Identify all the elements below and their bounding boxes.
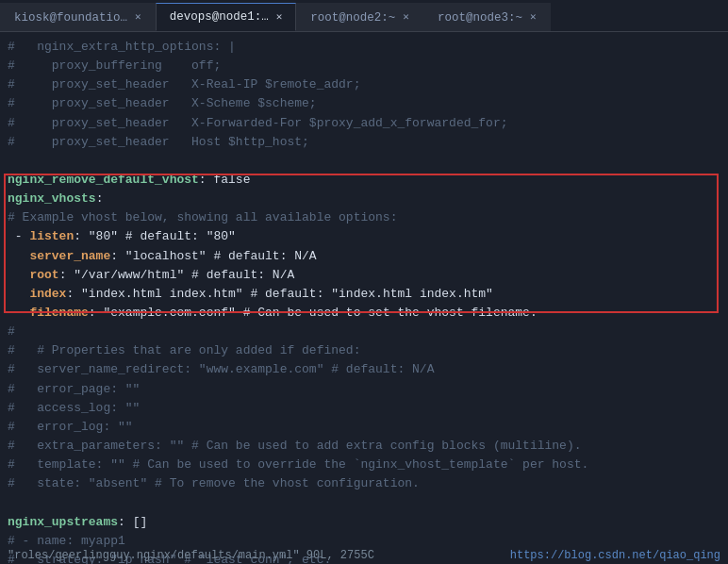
code-line: nginx_vhosts: [8, 190, 720, 208]
code-line: # proxy_set_header X-Scheme $scheme; [8, 94, 720, 113]
code-line: filename: "example.com.conf" # Can be us… [8, 304, 720, 323]
close-icon[interactable]: ✕ [403, 12, 409, 23]
code-line: root: "/var/www/html" # default: N/A [8, 266, 720, 285]
code-line [8, 152, 720, 171]
close-icon[interactable]: ✕ [135, 12, 141, 23]
close-icon[interactable]: ✕ [276, 12, 283, 23]
code-line: server_name: "localhost" # default: N/A [8, 247, 720, 266]
tab-label: devops@node1:… [170, 10, 269, 24]
code-line: # nginx_extra_http_options: | [8, 38, 720, 57]
code-line: # Example vhost below, showing all avail… [8, 208, 720, 227]
tab-bar: kiosk@foundatio… ✕ devops@node1:… ✕ root… [0, 0, 728, 32]
code-line [8, 493, 720, 512]
code-line: # error_log: "" [8, 418, 720, 437]
tab-label: root@node3:~ [438, 11, 522, 25]
code-line: nginx_remove_default_vhost: false [8, 171, 720, 190]
code-line: # state: "absent" # To remove the vhost … [8, 474, 720, 493]
tab-root2[interactable]: root@node2:~ ✕ [296, 3, 423, 31]
code-line: # # Properties that are only added if de… [8, 341, 720, 360]
close-icon[interactable]: ✕ [530, 12, 537, 23]
code-line: # extra_parameters: "" # Can be used to … [8, 437, 720, 456]
tab-label: root@node2:~ [310, 11, 395, 25]
file-info: "roles/geerlingguy.nginx/defaults/main.y… [8, 549, 374, 562]
tab-kiosk[interactable]: kiosk@foundatio… ✕ [0, 3, 156, 31]
code-line: nginx_upstreams: [] [8, 513, 720, 532]
code-line: # server_name_redirect: "www.example.com… [8, 360, 720, 379]
code-line: # proxy_set_header X-Forwarded-For $prox… [8, 114, 720, 133]
code-line: # template: "" # Can be used to override… [8, 456, 720, 474]
code-line: - listen: "80" # default: "80" [8, 227, 720, 246]
code-line: # error_page: "" [8, 380, 720, 399]
url-link[interactable]: https://blog.csdn.net/qiao_qing [510, 549, 720, 562]
tab-label: kiosk@foundatio… [14, 11, 127, 25]
terminal: # nginx_extra_http_options: | # proxy_bu… [0, 32, 728, 564]
code-line: index: "index.html index.htm" # default:… [8, 285, 720, 304]
code-line: # proxy_set_header X-Real-IP $remote_add… [8, 75, 720, 94]
status-bar: "roles/geerlingguy.nginx/defaults/main.y… [0, 547, 728, 564]
tab-devops[interactable]: devops@node1:… ✕ [156, 3, 297, 31]
code-line: # access_log: "" [8, 399, 720, 418]
tab-root3[interactable]: root@node3:~ ✕ [423, 3, 551, 31]
code-line: # proxy_set_header Host $http_host; [8, 133, 720, 152]
code-line: # proxy_buffering off; [8, 57, 720, 75]
code-line: # [8, 323, 720, 341]
